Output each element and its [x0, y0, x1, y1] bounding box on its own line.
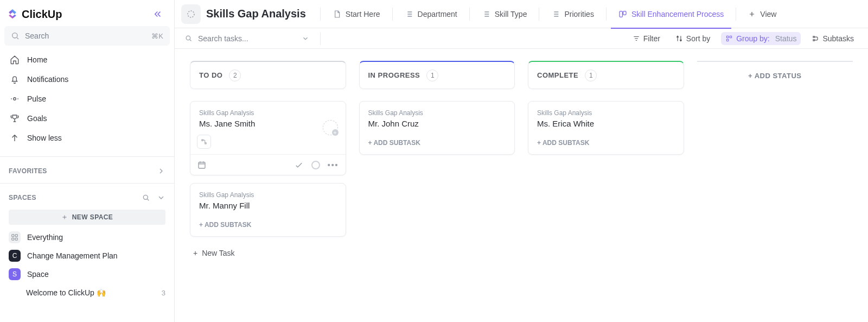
filter-button[interactable]: Filter [628, 32, 665, 45]
svg-point-10 [186, 36, 190, 40]
space-badge: C [9, 250, 21, 262]
svg-rect-3 [12, 235, 14, 237]
grid-icon [9, 231, 21, 243]
task-card[interactable]: Skills Gap Analysis Mr. John Cruz + ADD … [359, 101, 515, 155]
task-name: Mr. Manny Fill [199, 201, 337, 210]
subtasks-label: Subtasks [822, 34, 854, 43]
list-icon [482, 10, 490, 18]
svg-point-2 [143, 195, 148, 199]
list-title[interactable]: Skills Gap Analysis [206, 8, 306, 20]
column-header-complete[interactable]: COMPLETE 1 [528, 61, 684, 89]
svg-rect-13 [727, 39, 729, 41]
view-tab-label: Start Here [346, 10, 380, 18]
add-subtask-button[interactable]: + ADD SUBTASK [360, 134, 515, 154]
task-card[interactable]: Skills Gap Analysis Ms. Jane Smith ••• [190, 101, 346, 175]
bell-icon [10, 74, 20, 84]
space-subitem-count: 3 [162, 289, 165, 297]
column-in-progress: IN PROGRESS 1 Skills Gap Analysis Mr. Jo… [359, 61, 515, 155]
view-tab-label: Skill Type [495, 10, 527, 18]
new-task-label: New Task [202, 249, 234, 257]
view-tab-department[interactable]: Department [397, 0, 465, 28]
chevron-down-icon[interactable] [157, 193, 165, 202]
svg-point-7 [188, 11, 194, 17]
new-task-button[interactable]: + New Task [190, 244, 346, 262]
new-space-label: NEW SPACE [72, 213, 113, 221]
task-search[interactable]: Search tasks... [184, 34, 309, 43]
plus-icon [61, 214, 68, 220]
list-settings-icon[interactable] [181, 4, 201, 24]
topbar: Skills Gap Analysis Start Here Departmen… [175, 0, 868, 28]
column-title: IN PROGRESS [368, 71, 420, 79]
nav-label: Pulse [27, 94, 46, 103]
column-header-todo[interactable]: TO DO 2 [190, 61, 346, 89]
subtasks-icon [812, 35, 819, 42]
add-subtask-button[interactable]: + ADD SUBTASK [528, 134, 684, 154]
brand-name: ClickUp [22, 8, 62, 21]
calendar-icon[interactable] [197, 160, 207, 170]
chevrons-left-icon [153, 9, 163, 19]
nav-label: Notifications [27, 75, 68, 84]
group-by-button[interactable]: Group by: Status [721, 32, 801, 45]
toolbar: Search tasks... Filter Sort by Group by:… [175, 28, 868, 49]
search-shortcut: ⌘K [151, 32, 163, 40]
space-item-space[interactable]: S Space [0, 265, 174, 283]
check-icon[interactable] [294, 160, 304, 170]
nav-label: Home [27, 55, 47, 64]
svg-rect-8 [620, 11, 622, 17]
svg-rect-5 [12, 238, 14, 240]
view-tab-skill-type[interactable]: Skill Type [474, 0, 535, 28]
task-crumb: Skills Gap Analysis [199, 109, 337, 117]
spaces-search-icon[interactable] [142, 193, 150, 202]
view-tab-priorities[interactable]: Priorities [544, 0, 601, 28]
sort-label: Sort by [686, 34, 710, 43]
column-title: TO DO [199, 71, 222, 79]
sidebar: ClickUp Search ⌘K Home Notifications [0, 0, 175, 322]
view-tab-label: Department [418, 10, 457, 18]
space-subitem-welcome[interactable]: Welcome to ClickUp 🙌 3 [0, 283, 174, 302]
space-label: Change Management Plan [27, 251, 118, 260]
more-icon[interactable]: ••• [328, 161, 339, 169]
add-subtask-button[interactable]: + ADD SUBTASK [190, 216, 346, 236]
view-tab-skill-enhancement[interactable]: Skill Enhancement Process [611, 0, 731, 28]
favorites-label: FAVORITES [9, 167, 47, 175]
nav-notifications[interactable]: Notifications [4, 70, 170, 89]
brand-logo[interactable]: ClickUp [7, 8, 62, 21]
sort-icon [675, 35, 683, 42]
view-tab-label: Skill Enhancement Process [631, 10, 724, 18]
new-space-button[interactable]: NEW SPACE [9, 210, 165, 225]
add-view-button[interactable]: View [741, 10, 784, 18]
nav-home[interactable]: Home [4, 50, 170, 70]
task-card[interactable]: Skills Gap Analysis Mr. Manny Fill + ADD… [190, 183, 346, 237]
dependency-icon[interactable] [197, 135, 211, 149]
space-item-change-management[interactable]: C Change Management Plan [0, 247, 174, 265]
svg-rect-9 [623, 11, 626, 15]
add-status-button[interactable]: + ADD STATUS [697, 61, 853, 89]
nav-show-less[interactable]: Show less [4, 128, 170, 148]
column-title: COMPLETE [537, 71, 578, 79]
board-icon [618, 10, 627, 18]
favorites-section-header[interactable]: FAVORITES [0, 159, 174, 181]
filter-icon [633, 35, 640, 42]
column-count: 1 [585, 70, 597, 81]
nav-pulse[interactable]: Pulse [4, 89, 170, 109]
view-tab-start-here[interactable]: Start Here [325, 0, 388, 28]
chevron-right-icon [157, 167, 165, 175]
task-crumb: Skills Gap Analysis [199, 191, 337, 199]
subtasks-button[interactable]: Subtasks [807, 32, 858, 45]
nav-goals[interactable]: Goals [4, 109, 170, 128]
task-card[interactable]: Skills Gap Analysis Ms. Erica White + AD… [528, 101, 684, 155]
global-search[interactable]: Search ⌘K [4, 26, 170, 46]
assignee-add-icon[interactable] [323, 120, 338, 135]
sort-button[interactable]: Sort by [671, 32, 714, 45]
list-icon [405, 10, 413, 18]
svg-point-1 [14, 98, 16, 100]
status-circle-icon[interactable] [311, 161, 320, 169]
list-icon [551, 10, 560, 18]
task-search-placeholder: Search tasks... [198, 34, 248, 43]
column-header-in-progress[interactable]: IN PROGRESS 1 [359, 61, 515, 89]
svg-rect-12 [730, 36, 732, 38]
space-everything[interactable]: Everything [0, 228, 174, 247]
add-status-label: + ADD STATUS [748, 72, 802, 80]
collapse-sidebar-button[interactable] [150, 7, 165, 22]
nav-label: Show less [27, 134, 62, 142]
